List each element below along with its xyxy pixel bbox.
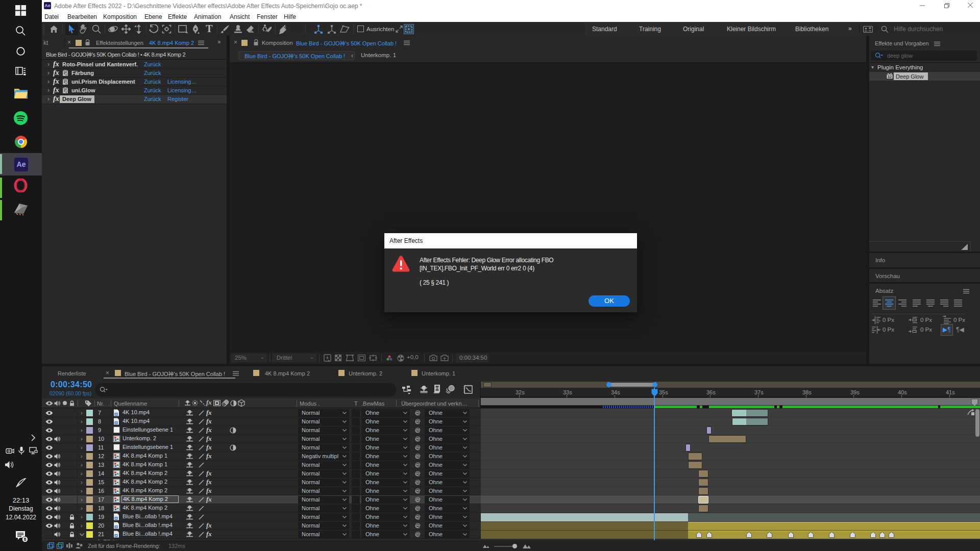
- svg-text:32: 32: [888, 74, 892, 79]
- svg-text:8: 8: [23, 537, 26, 542]
